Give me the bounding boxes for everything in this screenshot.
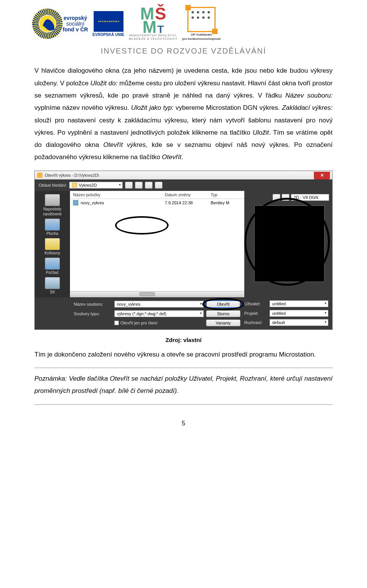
close-button[interactable]: ✕ bbox=[314, 172, 330, 179]
libraries-icon bbox=[45, 238, 60, 250]
computer-icon bbox=[45, 257, 60, 270]
header-logos: evropský sociální fond v ČR EVROPSKÁ UNI… bbox=[34, 0, 333, 43]
desktop-icon bbox=[45, 218, 60, 231]
dialog-screenshot: Otevřít výkres - D:\Vykres2D\ ✕ Oblast h… bbox=[34, 171, 333, 330]
project-label: Projekt: bbox=[244, 311, 267, 316]
back-icon[interactable] bbox=[125, 182, 133, 189]
variants-button[interactable]: Varianty bbox=[206, 319, 240, 326]
page-number: 5 bbox=[34, 420, 333, 427]
open-button[interactable]: Otevřít bbox=[206, 300, 240, 308]
preview-pane: 2D - V8 DGN bbox=[244, 191, 332, 297]
folder-icon bbox=[72, 183, 77, 187]
place-libraries[interactable]: Knihovny bbox=[44, 238, 60, 255]
readonly-checkbox[interactable]: Otevřít jen pro čtení bbox=[114, 321, 204, 325]
preview-area bbox=[247, 203, 329, 294]
place-computer[interactable]: Počítač bbox=[45, 257, 60, 275]
project-combo[interactable]: untitled bbox=[270, 310, 328, 317]
cancel-button[interactable]: Storno bbox=[206, 310, 240, 317]
open-dialog: Otevřít výkres - D:\Vykres2D\ ✕ Oblast h… bbox=[34, 171, 333, 330]
places-bar: Naposledy navštívené Plocha Knihovny Poč… bbox=[35, 191, 70, 297]
titlebar: Otevřít výkres - D:\Vykres2D\ bbox=[35, 171, 332, 179]
views-icon[interactable] bbox=[155, 182, 162, 189]
note-paragraph: Poznámka: Vedle tlačítka Otevřít se nach… bbox=[34, 373, 333, 397]
op-caption1: OP Vzdělávání bbox=[191, 33, 212, 36]
paragraph-2: Tím je dokončeno založení nového výkresu… bbox=[34, 349, 333, 361]
esf-line3: fond v ČR bbox=[63, 27, 88, 33]
col-date[interactable]: Datum změny bbox=[165, 192, 211, 197]
file-header: Název položky Datum změny Typ bbox=[70, 191, 244, 199]
msmt-caption2: MLÁDEŽE A TĚLOVÝCHOVY bbox=[129, 37, 178, 41]
annotation-ellipse-preview bbox=[244, 198, 330, 286]
esf-logo: evropský sociální fond v ČR bbox=[34, 11, 88, 37]
esf-burst-icon bbox=[34, 11, 60, 37]
network-icon bbox=[45, 277, 60, 289]
interface-combo[interactable]: default bbox=[270, 319, 328, 326]
esf-line1: evropský bbox=[63, 15, 88, 21]
file-name: novy_vykres bbox=[81, 200, 165, 205]
horizontal-scrollbar[interactable] bbox=[70, 291, 244, 297]
divider bbox=[34, 368, 333, 368]
divider bbox=[34, 404, 333, 405]
dgn-file-icon bbox=[73, 200, 78, 205]
filetype-combo[interactable]: výkresy (*.dgn;*.dwg;*.dxf) bbox=[114, 310, 204, 317]
figure-caption: Zdroj: vlastní bbox=[34, 337, 333, 343]
paragraph-1: V hlavičce dialogového okna (za jeho náz… bbox=[34, 65, 333, 163]
newfolder-icon[interactable] bbox=[145, 182, 153, 189]
file-pane: Název položky Datum změny Typ novy_vykre… bbox=[70, 191, 244, 297]
eu-logo: EVROPSKÁ UNIE bbox=[93, 11, 124, 37]
filename-input[interactable]: novy_vykres bbox=[114, 301, 204, 308]
user-combo[interactable]: untitled bbox=[270, 300, 328, 307]
app-icon bbox=[37, 173, 42, 178]
op-caption2: pro konkurenceschopnost bbox=[182, 37, 220, 41]
place-desktop[interactable]: Plocha bbox=[45, 218, 60, 236]
up-icon[interactable] bbox=[135, 182, 143, 189]
dialog-title: Otevřít výkres - D:\Vykres2D\ bbox=[45, 173, 99, 178]
tagline: INVESTICE DO ROZVOJE VZDĚLÁVÁNÍ bbox=[34, 47, 333, 55]
msmt-logo: MŠ MT MINISTERSTVO ŠKOLSTVÍ, MLÁDEŽE A T… bbox=[129, 7, 178, 41]
msmt-caption1: MINISTERSTVO ŠKOLSTVÍ, bbox=[129, 34, 177, 37]
recent-icon bbox=[45, 194, 60, 206]
file-type: Bentley M bbox=[211, 200, 241, 205]
annotation-ellipse-file bbox=[115, 216, 169, 235]
col-type[interactable]: Typ bbox=[211, 192, 241, 197]
file-row[interactable]: novy_vykres 7.9.2014 22:38 Bentley M bbox=[70, 199, 244, 207]
lookin-label: Oblast hledání: bbox=[39, 183, 67, 187]
eu-caption: EVROPSKÁ UNIE bbox=[93, 33, 124, 37]
place-recent[interactable]: Naposledy navštívené bbox=[43, 194, 62, 216]
filetype-label: Soubory typu: bbox=[74, 311, 112, 316]
eu-flag-icon bbox=[94, 11, 123, 32]
place-network[interactable]: Síť bbox=[45, 277, 60, 294]
op-logo: OP Vzdělávání pro konkurenceschopnost bbox=[182, 7, 220, 41]
col-name[interactable]: Název položky bbox=[73, 192, 165, 197]
lookin-combo[interactable]: Vykres2D bbox=[69, 182, 123, 189]
interface-label: Rozhraní: bbox=[244, 320, 267, 325]
file-date: 7.9.2014 22:38 bbox=[165, 200, 211, 205]
user-label: Uživatel: bbox=[244, 301, 267, 306]
filename-label: Název souboru: bbox=[74, 302, 112, 306]
esf-line2: sociální bbox=[63, 21, 88, 27]
